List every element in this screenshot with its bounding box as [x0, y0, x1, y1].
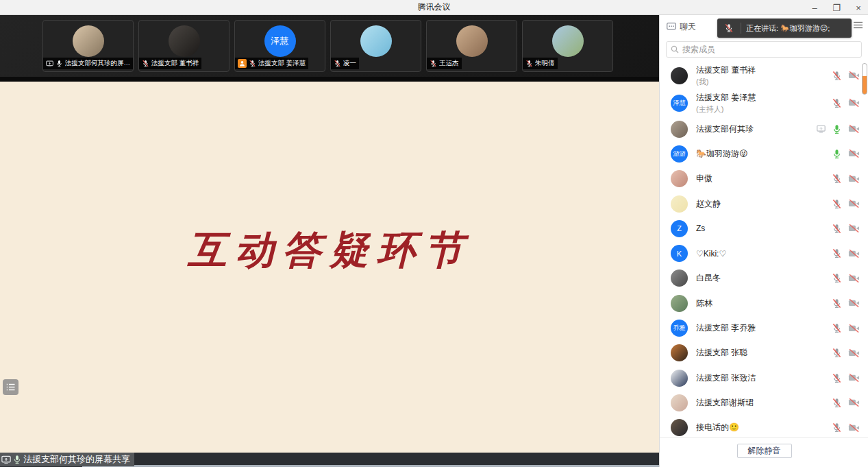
mic-muted-icon [832, 348, 842, 358]
participant-row[interactable]: 游游🐎珈羽游游😜 [660, 141, 868, 166]
participant-status-icons [832, 348, 860, 358]
mic-muted-icon [832, 98, 842, 108]
participant-name-block: 赵文静 [696, 198, 832, 210]
mic-on-icon [55, 60, 63, 67]
participant-avatar [671, 67, 688, 84]
participant-row[interactable]: 法援支部 张致洁 [660, 366, 868, 390]
mic-muted-icon [832, 422, 842, 433]
participant-status-icons [832, 98, 860, 108]
thumbnail-name-label: 朱明倩 [523, 58, 558, 69]
mic-on-icon [832, 149, 842, 159]
video-thumbnail[interactable]: 泽慧 法援支部 姜泽慧 [234, 20, 325, 72]
participant-name-block: 法援支部谢斯珺 [696, 397, 832, 409]
participant-name-block: 法援支部 董书祥(我) [696, 64, 832, 87]
unmute-button[interactable]: 解除静音 [737, 444, 792, 458]
now-speaking-toast: 正在讲话: 🐎珈羽游游😜; [717, 19, 852, 38]
search-input[interactable] [682, 45, 857, 54]
screenshare-icon [46, 60, 53, 67]
participant-avatar [671, 370, 688, 387]
participant-row[interactable]: 泽慧法援支部 姜泽慧(主持人) [660, 89, 868, 117]
video-thumbnail[interactable]: 凌一 [330, 20, 421, 72]
participant-status-icons [832, 422, 860, 433]
thumbnail-name-label: 法援支部何其珍的屏幕... [43, 58, 133, 69]
participant-name: 法援支部 张聪 [696, 347, 832, 359]
mic-muted-icon [832, 298, 842, 309]
camera-off-icon [848, 348, 860, 358]
participant-row[interactable]: K♡Kiki:♡ [660, 241, 868, 265]
participant-avatar: 乔雅 [671, 320, 688, 337]
participant-row[interactable]: 法援支部 董书祥(我) [660, 62, 868, 89]
participant-name: 白昆冬 [696, 272, 832, 284]
thumbnail-name: 法援支部 姜泽慧 [258, 59, 306, 68]
thumbnail-name-label: 法援支部 董书祥 [139, 58, 201, 69]
minimize-button[interactable]: – [809, 2, 820, 13]
sidebar-menu-icon[interactable] [854, 21, 863, 29]
participant-avatar [671, 170, 688, 187]
restore-button[interactable]: ❐ [831, 2, 842, 13]
participant-row[interactable]: 白昆冬 [660, 266, 868, 291]
participant-avatar [671, 394, 688, 411]
presenter-badge-icon [238, 59, 247, 68]
thumbnail-name-label: 法援支部 姜泽慧 [235, 58, 308, 69]
participant-row[interactable]: 申傲 [660, 167, 868, 191]
video-thumbnail[interactable]: 王运杰 [426, 20, 517, 72]
camera-off-icon [848, 398, 860, 407]
camera-off-icon [848, 423, 860, 433]
list-icon [6, 383, 15, 391]
mic-muted-icon [249, 60, 256, 67]
search-icon [671, 45, 679, 53]
slide-list-button[interactable] [3, 379, 18, 395]
participant-row[interactable]: 法援支部 张聪 [660, 341, 868, 366]
shared-screen-area: 互动答疑环节 [0, 77, 659, 453]
screen-share-banner-text: 法援支部何其珍的屏幕共享 [23, 453, 130, 466]
thumbnail-name-label: 王运杰 [427, 58, 462, 69]
member-search-box[interactable] [666, 41, 862, 58]
mic-muted-icon [832, 224, 842, 234]
mic-muted-icon [832, 273, 842, 283]
participant-name-block: 法援支部何其珍 [696, 123, 817, 135]
mic-on-icon [12, 455, 22, 464]
participant-status-icons [832, 248, 860, 259]
participant-status-icons [832, 173, 860, 184]
participant-avatar [671, 419, 688, 436]
participant-status-icons [832, 298, 860, 309]
participant-avatar: Z [671, 220, 688, 237]
scrollbar-thumb[interactable] [862, 63, 867, 95]
video-thumbnail[interactable]: 法援支部何其珍的屏幕... [42, 20, 134, 72]
participant-row[interactable]: ZZs [660, 216, 868, 241]
participant-name: 法援支部何其珍 [696, 123, 817, 135]
mic-muted-icon [334, 60, 341, 67]
participant-row[interactable]: 赵文静 [660, 191, 868, 216]
stage-bottom-bar: 法援支部何其珍的屏幕共享 [0, 453, 659, 467]
video-thumbnail[interactable]: 法援支部 董书祥 [138, 20, 230, 72]
participant-status-icons [817, 124, 860, 134]
participant-row[interactable]: 陈林 [660, 291, 868, 315]
participant-name: 申傲 [696, 173, 832, 184]
thumbnail-name: 凌一 [343, 59, 356, 68]
shared-slide-title: 互动答疑环节 [0, 224, 659, 277]
close-button[interactable]: × [853, 2, 864, 13]
participant-status-icons [832, 149, 860, 159]
participant-row[interactable]: 法援支部谢斯珺 [660, 390, 868, 415]
tab-chat[interactable]: 聊天 [667, 21, 696, 33]
participant-row[interactable]: 乔雅法援支部 李乔雅 [660, 315, 868, 340]
camera-off-icon [848, 373, 860, 383]
mic-on-icon [832, 124, 842, 134]
screenshare-icon [1, 455, 11, 464]
participant-row[interactable]: 法援支部何其珍 [660, 117, 868, 141]
mic-muted-icon [717, 23, 741, 33]
window-title: 腾讯会议 [418, 1, 451, 13]
mic-muted-icon [832, 323, 842, 333]
tab-chat-label: 聊天 [680, 21, 696, 33]
video-thumbnail[interactable]: 朱明倩 [522, 20, 613, 72]
participant-avatar: 泽慧 [264, 25, 296, 57]
meeting-stage: 法援支部何其珍的屏幕... 法援支部 董书祥泽慧 法援支部 姜泽慧 凌一 王运杰… [0, 15, 659, 467]
participant-name: 法援支部 李乔雅 [696, 322, 832, 334]
tencent-meeting-window: 腾讯会议 – ❐ × 法援支部何其珍的屏幕... 法援支部 董书祥泽慧 法援支部… [0, 0, 868, 467]
participant-name-block: 法援支部 李乔雅 [696, 322, 832, 334]
participant-avatar [671, 121, 688, 138]
participant-avatar: K [671, 245, 688, 262]
chat-sidebar: 聊天 正在讲话: 🐎珈羽游游😜; [659, 15, 868, 467]
window-controls: – ❐ × [809, 0, 864, 15]
mic-muted-icon [430, 60, 437, 67]
